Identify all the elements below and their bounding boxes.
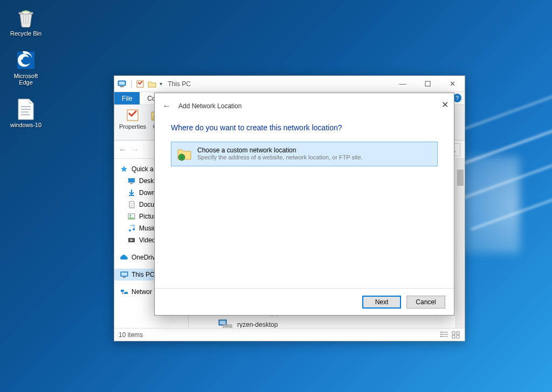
properties-button[interactable]: Properties (118, 107, 148, 130)
svg-rect-17 (121, 272, 127, 276)
svg-rect-27 (440, 334, 441, 335)
network-drive-icon (217, 318, 233, 328)
textfile-icon (15, 98, 37, 121)
svg-rect-25 (224, 326, 229, 327)
desktop-icon-edge[interactable]: Microsoft Edge (4, 47, 47, 88)
wizard-header: ← Add Network Location ✕ (155, 93, 454, 119)
svg-rect-30 (457, 332, 459, 334)
wizard-back-button[interactable]: ← (162, 101, 171, 111)
svg-rect-10 (130, 183, 133, 184)
edge-icon (15, 49, 37, 72)
add-network-location-wizard: ← Add Network Location ✕ Where do you wa… (154, 93, 454, 316)
wizard-body: Where do you want to create this network… (155, 119, 454, 288)
choice-title: Choose a custom network location (197, 146, 363, 154)
details-view-button[interactable] (440, 331, 448, 339)
pictures-icon (127, 212, 136, 221)
nav-label: Video (139, 236, 155, 244)
desktop-icon-label: Recycle Bin (10, 30, 42, 37)
tab-file[interactable]: File (114, 92, 140, 104)
window-title: This PC (168, 80, 191, 88)
nav-label: Music (139, 225, 156, 232)
explorer-titlebar[interactable]: | ▾ This PC — ✕ (114, 76, 465, 92)
video-icon (127, 236, 136, 244)
svg-rect-18 (123, 277, 126, 278)
desktop-icon-recycle-bin[interactable]: Recycle Bin (4, 4, 47, 39)
svg-rect-31 (452, 335, 455, 338)
music-icon (127, 224, 136, 233)
star-icon (120, 165, 128, 173)
wizard-heading: Where do you want to create this network… (171, 123, 438, 132)
wizard-footer: Next Cancel (155, 288, 454, 315)
scrollbar[interactable] (456, 159, 465, 328)
wizard-close-button[interactable]: ✕ (441, 100, 448, 110)
nav-forward-button[interactable]: → (131, 145, 139, 154)
desktop-icon (127, 177, 136, 185)
svg-point-13 (129, 229, 131, 232)
svg-rect-9 (128, 178, 135, 183)
svg-rect-26 (440, 332, 441, 333)
icons-view-button[interactable] (452, 331, 460, 339)
nav-label: This PC (132, 271, 155, 278)
thispc-icon (118, 80, 127, 88)
svg-rect-22 (220, 321, 226, 325)
recycle-bin-icon (15, 6, 37, 29)
minimize-button[interactable]: — (390, 76, 415, 92)
network-location-item[interactable]: ryzen-desktop (217, 318, 459, 328)
nav-label: Quick a (132, 165, 154, 173)
cancel-button[interactable]: Cancel (406, 296, 445, 309)
document-icon (127, 200, 136, 209)
cloud-icon (120, 253, 128, 262)
desktop-icon-label: Microsoft Edge (6, 73, 45, 86)
nav-label: Networ (132, 288, 152, 296)
wizard-title: Add Network Location (178, 102, 242, 110)
svg-rect-19 (121, 290, 124, 292)
nav-label: Down (139, 189, 156, 197)
desktop-icons: Recycle Bin Microsoft Edge windows-10 (4, 4, 47, 138)
download-icon (127, 188, 136, 197)
divider-icon: | (130, 79, 133, 89)
svg-point-14 (133, 228, 135, 230)
desktop-icon-textfile[interactable]: windows-10 (4, 96, 47, 131)
svg-rect-3 (119, 81, 125, 85)
svg-point-12 (130, 215, 132, 216)
item-label: ryzen-desktop (237, 321, 278, 328)
choice-custom-location[interactable]: Choose a custom network location Specify… (171, 142, 438, 166)
qat-dropdown-icon[interactable]: ▾ (160, 81, 162, 87)
svg-rect-32 (457, 335, 459, 338)
folder-qat-icon[interactable] (148, 80, 156, 88)
svg-rect-4 (120, 86, 123, 87)
status-items-count: 10 items (119, 331, 143, 339)
network-icon (120, 288, 128, 296)
status-bar: 10 items (114, 328, 465, 341)
properties-icon (125, 107, 141, 123)
folder-globe-icon (177, 146, 192, 162)
svg-rect-29 (452, 332, 455, 334)
quick-access-toolbar: | ▾ (118, 79, 162, 89)
next-button[interactable]: Next (362, 296, 401, 309)
svg-point-24 (230, 326, 231, 327)
close-button[interactable]: ✕ (440, 76, 465, 92)
desktop-icon-label: windows-10 (10, 122, 42, 129)
monitor-icon (120, 270, 128, 279)
properties-label: Properties (119, 123, 146, 130)
nav-label: Pictur (139, 213, 156, 220)
nav-label: Docu (139, 201, 154, 208)
choice-description: Specify the address of a website, networ… (197, 154, 363, 160)
svg-rect-6 (425, 81, 430, 86)
nav-back-button[interactable]: ← (119, 145, 127, 154)
svg-rect-28 (440, 336, 441, 337)
properties-qat-icon[interactable] (136, 80, 144, 88)
scrollbar-thumb[interactable] (457, 170, 464, 186)
nav-label: OneDriv (132, 254, 155, 261)
maximize-button[interactable] (415, 76, 440, 92)
